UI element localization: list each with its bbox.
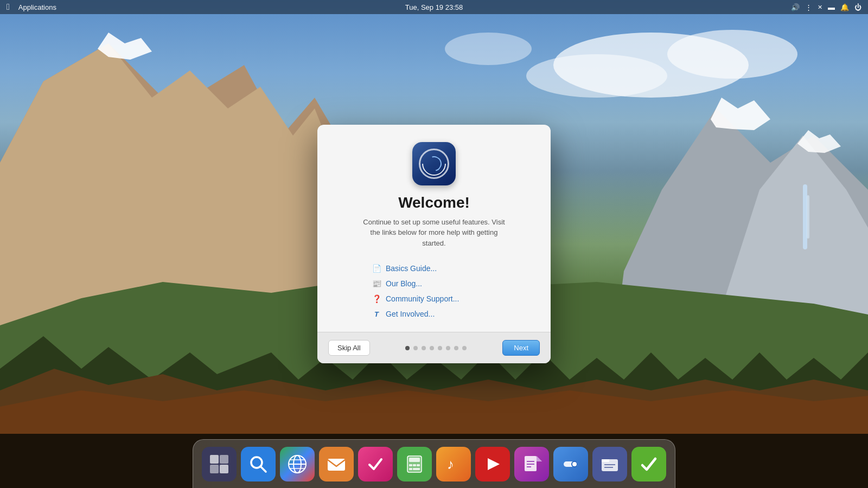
basics-guide-label: Basics Guide... bbox=[386, 264, 437, 273]
next-button[interactable]: Next bbox=[502, 340, 540, 356]
document-icon: 📄 bbox=[372, 264, 381, 273]
get-involved-label: Get Involved... bbox=[386, 310, 435, 318]
community-support-label: Community Support... bbox=[386, 294, 459, 303]
skip-all-button[interactable]: Skip All bbox=[328, 340, 370, 356]
dot-7 bbox=[454, 346, 458, 350]
dialog-subtitle: Continue to set up some useful features.… bbox=[358, 217, 510, 249]
app-icon bbox=[412, 142, 456, 185]
links-section: 📄 Basics Guide... 📰 Our Blog... ❓ Commun… bbox=[339, 264, 529, 319]
dialog-overlay: Welcome! Continue to set up some useful … bbox=[0, 0, 868, 488]
dot-3 bbox=[422, 346, 426, 350]
get-involved-link[interactable]: T Get Involved... bbox=[372, 309, 435, 319]
blog-label: Our Blog... bbox=[386, 279, 422, 288]
dot-5 bbox=[438, 346, 442, 350]
dot-6 bbox=[446, 346, 450, 350]
dot-4 bbox=[430, 346, 434, 350]
dialog-content: Welcome! Continue to set up some useful … bbox=[317, 125, 551, 332]
app-icon-inner bbox=[419, 149, 449, 179]
dot-1 bbox=[405, 346, 410, 350]
text-icon: T bbox=[372, 309, 381, 319]
welcome-dialog: Welcome! Continue to set up some useful … bbox=[317, 125, 551, 364]
dot-8 bbox=[462, 346, 467, 350]
dialog-footer: Skip All Next bbox=[317, 332, 551, 363]
dot-2 bbox=[413, 346, 418, 350]
basics-guide-link[interactable]: 📄 Basics Guide... bbox=[372, 264, 437, 273]
blog-icon: 📰 bbox=[372, 279, 381, 288]
help-icon: ❓ bbox=[372, 294, 381, 304]
community-support-link[interactable]: ❓ Community Support... bbox=[372, 294, 459, 304]
pagination-dots bbox=[405, 346, 467, 350]
blog-link[interactable]: 📰 Our Blog... bbox=[372, 279, 422, 288]
dialog-title: Welcome! bbox=[398, 194, 470, 211]
